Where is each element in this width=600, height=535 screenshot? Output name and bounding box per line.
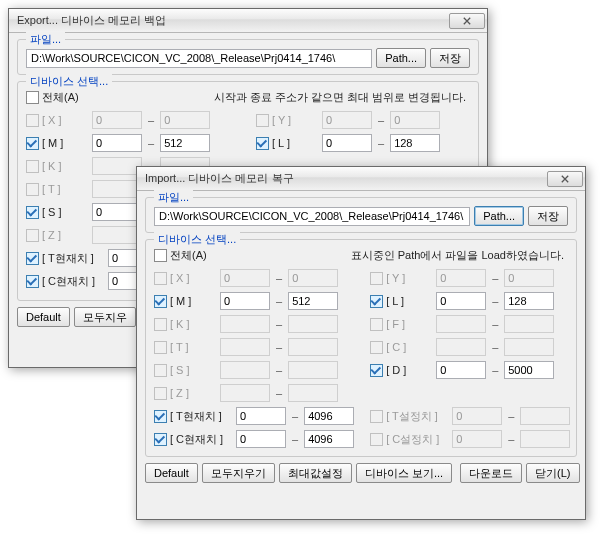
range-to-input[interactable] [520, 430, 570, 448]
close-icon[interactable] [547, 171, 583, 187]
import-save-button[interactable]: 저장 [528, 206, 568, 226]
import-titlebar[interactable]: Import... 디바이스 메모리 복구 [137, 167, 585, 191]
range-from-input[interactable] [92, 157, 142, 175]
import-clear-button[interactable]: 모두지우기 [202, 463, 275, 483]
device-checkbox[interactable] [370, 318, 383, 331]
import-all-checkbox[interactable] [154, 249, 167, 262]
range-from-input[interactable] [236, 407, 286, 425]
import-path-button[interactable]: Path... [474, 206, 524, 226]
device-checkbox[interactable] [26, 252, 39, 265]
device-checkbox[interactable] [154, 364, 167, 377]
device-checkbox[interactable] [154, 272, 167, 285]
range-from-input[interactable] [220, 269, 270, 287]
range-to-input[interactable] [288, 315, 338, 333]
range-to-input[interactable] [288, 292, 338, 310]
range-from-input[interactable] [220, 338, 270, 356]
range-to-input[interactable] [304, 430, 354, 448]
range-to-input[interactable] [304, 407, 354, 425]
range-to-input[interactable] [504, 361, 554, 379]
range-to-input[interactable] [288, 384, 338, 402]
device-checkbox[interactable] [256, 114, 269, 127]
device-label: [ T ] [42, 183, 61, 195]
device-checkbox[interactable] [26, 229, 39, 242]
device-checkbox[interactable] [26, 160, 39, 173]
device-checkbox[interactable] [154, 318, 167, 331]
dash: – [490, 295, 500, 307]
device-checkbox[interactable] [370, 341, 383, 354]
device-checkbox[interactable] [370, 364, 383, 377]
import-window: Import... 디바이스 메모리 복구 파일... Path... 저장 디… [136, 166, 586, 520]
export-titlebar[interactable]: Export... 디바이스 메모리 백업 [9, 9, 487, 33]
import-max-button[interactable]: 최대값설정 [279, 463, 352, 483]
device-checkbox[interactable] [26, 137, 39, 150]
export-clear-button[interactable]: 모두지우 [74, 307, 136, 327]
range-from-input[interactable] [452, 430, 502, 448]
device-checkbox[interactable] [154, 433, 167, 446]
export-default-button[interactable]: Default [17, 307, 70, 327]
range-from-input[interactable] [220, 292, 270, 310]
range-to-input[interactable] [520, 407, 570, 425]
export-save-button[interactable]: 저장 [430, 48, 470, 68]
range-from-input[interactable] [452, 407, 502, 425]
device-label: [ F ] [386, 318, 405, 330]
range-from-input[interactable] [92, 111, 142, 129]
range-to-input[interactable] [504, 338, 554, 356]
import-download-button[interactable]: 다운로드 [460, 463, 522, 483]
device-label: [ K ] [170, 318, 190, 330]
range-to-input[interactable] [160, 111, 210, 129]
range-to-input[interactable] [288, 269, 338, 287]
device-checkbox[interactable] [370, 433, 383, 446]
close-icon[interactable] [449, 13, 485, 29]
range-from-input[interactable] [436, 292, 486, 310]
range-to-input[interactable] [504, 315, 554, 333]
import-device-button[interactable]: 디바이스 보기... [356, 463, 452, 483]
export-path-input[interactable] [26, 49, 372, 68]
range-from-input[interactable] [436, 338, 486, 356]
dash: – [274, 318, 284, 330]
device-checkbox[interactable] [370, 410, 383, 423]
import-close-button[interactable]: 닫기(L) [526, 463, 579, 483]
range-from-input[interactable] [322, 111, 372, 129]
device-label: [ S ] [42, 206, 62, 218]
dash: – [146, 137, 156, 149]
range-from-input[interactable] [220, 315, 270, 333]
range-to-input[interactable] [288, 338, 338, 356]
range-from-input[interactable] [236, 430, 286, 448]
device-checkbox[interactable] [370, 272, 383, 285]
range-from-input[interactable] [92, 226, 142, 244]
device-checkbox[interactable] [154, 387, 167, 400]
device-checkbox[interactable] [256, 137, 269, 150]
device-label: [ Y ] [386, 272, 405, 284]
import-default-button[interactable]: Default [145, 463, 198, 483]
device-checkbox[interactable] [154, 341, 167, 354]
range-from-input[interactable] [92, 134, 142, 152]
import-path-input[interactable] [154, 207, 470, 226]
range-from-input[interactable] [436, 361, 486, 379]
range-to-input[interactable] [160, 134, 210, 152]
export-all-checkbox[interactable] [26, 91, 39, 104]
device-checkbox[interactable] [26, 206, 39, 219]
range-from-input[interactable] [92, 180, 142, 198]
range-to-input[interactable] [390, 111, 440, 129]
device-row: [ X ]– [154, 269, 354, 287]
range-to-input[interactable] [390, 134, 440, 152]
range-to-input[interactable] [288, 361, 338, 379]
device-checkbox[interactable] [370, 295, 383, 308]
export-path-button[interactable]: Path... [376, 48, 426, 68]
device-checkbox[interactable] [26, 183, 39, 196]
range-from-input[interactable] [92, 203, 142, 221]
dash: – [290, 433, 300, 445]
range-to-input[interactable] [504, 292, 554, 310]
range-from-input[interactable] [322, 134, 372, 152]
range-to-input[interactable] [504, 269, 554, 287]
device-checkbox[interactable] [26, 114, 39, 127]
range-from-input[interactable] [436, 269, 486, 287]
device-checkbox[interactable] [154, 410, 167, 423]
range-from-input[interactable] [436, 315, 486, 333]
device-checkbox[interactable] [154, 295, 167, 308]
dash: – [290, 410, 300, 422]
range-from-input[interactable] [220, 361, 270, 379]
device-checkbox[interactable] [26, 275, 39, 288]
device-label: [ X ] [170, 272, 190, 284]
range-from-input[interactable] [220, 384, 270, 402]
